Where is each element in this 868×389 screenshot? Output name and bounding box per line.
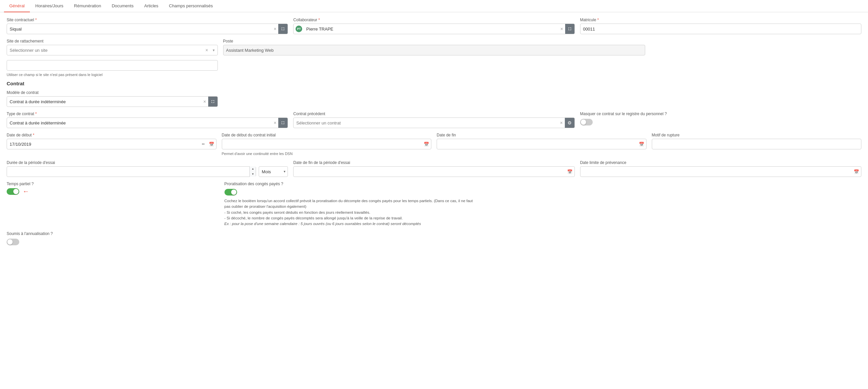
modele-contrat-input[interactable]: [7, 97, 201, 106]
proratisation-knob: [231, 190, 237, 195]
type-contrat-expand[interactable]: [278, 118, 287, 128]
date-debut-initial-calendar[interactable]: 📅: [422, 142, 431, 147]
collaborateur-input-wrapper: PT ×: [293, 24, 575, 34]
type-contrat-clear[interactable]: ×: [272, 121, 278, 125]
contrat-precedent-input[interactable]: [293, 121, 558, 126]
site-contractuel-expand[interactable]: [278, 24, 287, 34]
date-fin-essai-wrapper: 📅: [293, 166, 575, 177]
duree-essai-down[interactable]: ▼: [250, 172, 256, 177]
collaborateur-expand[interactable]: [565, 24, 575, 34]
collaborateur-group: Collaborateur * PT ×: [293, 18, 575, 34]
date-limite-prevenance-input[interactable]: [581, 169, 852, 174]
modele-contrat-label: Modèle de contrat: [7, 90, 218, 95]
temps-partiel-label: Temps partiel ?: [7, 182, 219, 186]
matricule-input[interactable]: [581, 24, 861, 34]
poste-input[interactable]: [223, 45, 645, 55]
date-fin-label: Date de fin: [437, 133, 647, 137]
date-fin-essai-input[interactable]: [293, 169, 565, 174]
tab-champs[interactable]: Champs personnalisés: [164, 0, 218, 12]
date-debut-initial-hint: Permet d'avoir une continuité entre les …: [222, 152, 432, 156]
duree-essai-up[interactable]: ▲: [250, 166, 256, 172]
modele-contrat-clear[interactable]: ×: [201, 99, 208, 104]
site-contractuel-label: Site contractuel *: [7, 18, 288, 22]
proratisation-label: Proratisation des congés payés ?: [224, 182, 862, 186]
date-debut-initial-group: Date de début du contrat initial 📅 Perme…: [222, 133, 432, 156]
site-contractuel-clear[interactable]: ×: [272, 27, 278, 31]
site-contractuel-input[interactable]: [7, 24, 272, 34]
temps-partiel-knob: [13, 189, 19, 194]
date-limite-prevenance-wrapper: 📅: [580, 166, 861, 177]
soumis-annualisation-group: Soumis à l'annualisation ?: [7, 231, 219, 245]
soumis-annualisation-toggle[interactable]: [7, 239, 19, 245]
modele-contrat-input-wrapper: ×: [7, 96, 218, 107]
duree-essai-label: Durée de la période d'essai: [7, 160, 288, 165]
duree-essai-wrapper: ▲ ▼: [7, 166, 256, 177]
contrat-precedent-clear[interactable]: ×: [558, 121, 564, 125]
date-debut-initial-input[interactable]: [222, 142, 422, 147]
proratisation-toggle-wrapper: [224, 189, 862, 195]
modele-contrat-group: Modèle de contrat ×: [7, 90, 218, 107]
masquer-contrat-label: Masquer ce contrat sur le registre du pe…: [580, 111, 861, 116]
motif-rupture-group: Motif de rupture: [652, 133, 862, 149]
main-content: Site contractuel * × Collaborateur * PT: [0, 12, 868, 388]
site-custom-input[interactable]: [7, 60, 217, 70]
masquer-contrat-knob: [581, 120, 586, 125]
type-contrat-label: Type de contrat *: [7, 111, 288, 116]
duree-essai-unit-select[interactable]: Mois Jours Semaines: [259, 166, 288, 177]
proratisation-toggle[interactable]: [224, 189, 237, 195]
motif-rupture-input[interactable]: [652, 139, 862, 149]
date-fin-input[interactable]: [437, 142, 637, 147]
collaborateur-input[interactable]: [304, 24, 558, 34]
date-fin-essai-label: Date de fin de la période d'essai: [293, 160, 575, 165]
date-fin-essai-calendar[interactable]: 📅: [565, 169, 575, 174]
site-custom-input-wrapper: [7, 60, 218, 71]
tab-articles[interactable]: Articles: [139, 0, 164, 12]
modele-contrat-expand[interactable]: [208, 97, 217, 106]
date-debut-initial-label: Date de début du contrat initial: [222, 133, 432, 137]
masquer-contrat-toggle[interactable]: [580, 119, 593, 126]
tab-documents[interactable]: Documents: [106, 0, 139, 12]
type-contrat-input[interactable]: [7, 118, 272, 128]
soumis-annualisation-knob: [7, 239, 12, 245]
temps-partiel-toggle[interactable]: [7, 188, 19, 195]
matricule-group: Matricule *: [580, 18, 861, 34]
date-fin-essai-group: Date de fin de la période d'essai 📅: [293, 160, 575, 177]
date-fin-calendar[interactable]: 📅: [637, 142, 646, 147]
duree-essai-unit-wrapper: Mois Jours Semaines ▼: [259, 166, 288, 177]
type-contrat-input-wrapper: ×: [7, 118, 288, 128]
proratisation-info: Cochez le booléen lorsqu'un accord colle…: [224, 198, 473, 227]
tab-remuneration[interactable]: Rémunération: [69, 0, 106, 12]
tab-horaires[interactable]: Horaires/Jours: [30, 0, 69, 12]
duree-essai-spinner: ▲ ▼: [249, 166, 256, 177]
masquer-contrat-group: Masquer ce contrat sur le registre du pe…: [580, 111, 861, 126]
poste-input-wrapper: [223, 45, 645, 56]
site-rattachement-label: Site de rattachement: [7, 39, 218, 43]
temps-partiel-group: Temps partiel ? ←: [7, 182, 219, 195]
collaborateur-label: Collaborateur *: [293, 18, 575, 22]
site-rattachement-input[interactable]: [7, 45, 203, 55]
duree-essai-input[interactable]: [7, 169, 249, 174]
site-rattachement-arrow: ▼: [210, 48, 217, 52]
soumis-annualisation-toggle-wrapper: [7, 239, 219, 245]
date-debut-calendar[interactable]: 📅: [207, 142, 216, 147]
tab-general[interactable]: Général: [4, 0, 30, 12]
site-contractuel-input-wrapper: ×: [7, 24, 288, 34]
motif-rupture-label: Motif de rupture: [652, 133, 862, 137]
poste-group: Poste: [223, 39, 645, 56]
contrat-precedent-settings[interactable]: ⚙: [565, 118, 575, 128]
date-debut-initial-wrapper: 📅: [222, 139, 432, 149]
site-rattachement-clear[interactable]: ×: [203, 48, 210, 53]
contrat-section-title: Contrat: [7, 80, 861, 86]
site-custom-group: Utiliser ce champ si le site n'est pas p…: [7, 60, 218, 77]
duree-essai-group: Durée de la période d'essai ▲ ▼ Mois Jou…: [7, 160, 288, 177]
date-debut-input[interactable]: [7, 142, 200, 147]
poste-label: Poste: [223, 39, 645, 43]
date-limite-prevenance-calendar[interactable]: 📅: [852, 169, 861, 174]
date-debut-pencil[interactable]: ✏: [200, 142, 207, 147]
contrat-precedent-wrapper: × ⚙: [293, 118, 575, 128]
site-custom-hint: Utiliser ce champ si le site n'est pas p…: [7, 73, 218, 77]
temps-partiel-toggle-row: ←: [7, 188, 219, 195]
soumis-annualisation-label: Soumis à l'annualisation ?: [7, 231, 219, 236]
collaborateur-clear[interactable]: ×: [558, 27, 565, 31]
date-fin-wrapper: 📅: [437, 139, 647, 149]
